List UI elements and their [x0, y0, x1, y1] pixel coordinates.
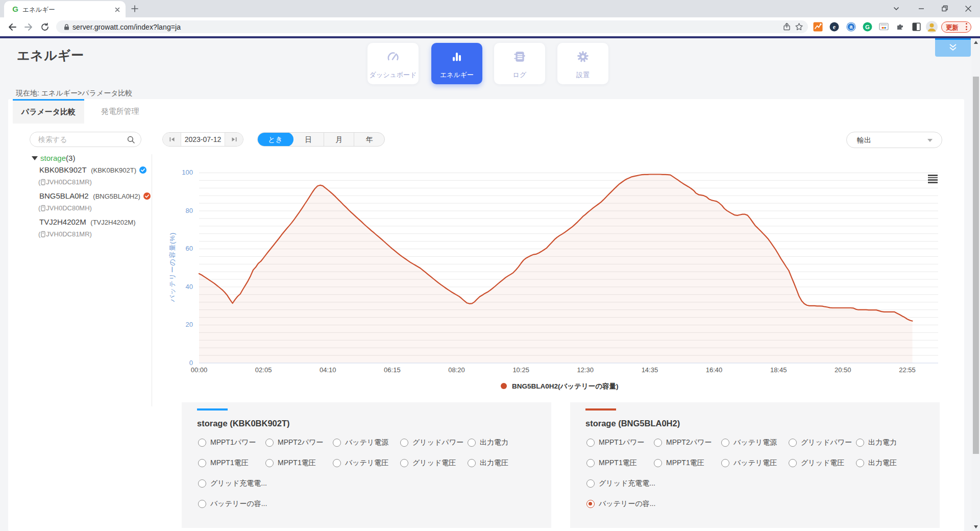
radio-circle-icon[interactable] [721, 459, 729, 467]
radio-グリッド充電電[interactable]: グリッド充電電... [586, 478, 655, 489]
chart-menu-icon[interactable] [928, 175, 938, 183]
scrollbar-down-button[interactable] [971, 523, 980, 531]
radio-circle-icon[interactable] [468, 439, 476, 447]
radio-バッテリーの容[interactable]: バッテリーの容... [586, 499, 655, 509]
radio-出力電力[interactable]: 出力電力 [856, 438, 897, 448]
bookmark-star-icon[interactable] [795, 22, 803, 31]
period-tab-day[interactable]: 日 [293, 133, 324, 146]
radio-circle-icon[interactable] [654, 459, 662, 467]
window-close-button[interactable] [963, 3, 974, 14]
radio-circle-icon[interactable] [586, 500, 595, 508]
radio-バッテリ電圧[interactable]: バッテリ電圧 [333, 458, 388, 468]
radio-circle-icon[interactable] [333, 439, 341, 447]
radio-circle-icon[interactable] [721, 439, 729, 447]
radio-MPPT1パワー[interactable]: MPPT1パワー [198, 438, 256, 448]
tree-collector[interactable]: (JVH0DC81MR) [38, 230, 158, 244]
battery-capacity-line-chart[interactable] [198, 173, 938, 364]
share-icon[interactable] [782, 22, 791, 31]
window-restore-button[interactable] [939, 3, 950, 14]
tab-search-chevron-icon[interactable] [891, 3, 902, 14]
extensions-puzzle-icon[interactable] [895, 22, 905, 32]
tree-device-bng5bla0h2[interactable]: BNG5BLA0H2 (BNG5BLA0H2) [39, 191, 159, 204]
radio-グリッド電圧[interactable]: グリッド電圧 [400, 458, 456, 468]
date-value[interactable]: 2023-07-12 [181, 133, 225, 146]
nav-settings[interactable]: 設置 [557, 43, 608, 84]
radio-グリッド電圧[interactable]: グリッド電圧 [789, 458, 844, 468]
tree-group-storage[interactable]: storage(3) [30, 152, 150, 165]
radio-MPPT1電圧[interactable]: MPPT1電圧 [198, 458, 249, 468]
profile-avatar[interactable] [926, 21, 938, 33]
scrollbar-thumb[interactable] [973, 77, 979, 454]
window-minimize-button[interactable] [916, 3, 927, 14]
period-tab-month[interactable]: 月 [324, 133, 355, 146]
extension-grammarly-icon[interactable]: G [863, 22, 872, 32]
radio-出力電圧[interactable]: 出力電圧 [468, 458, 508, 468]
radio-circle-icon[interactable] [789, 459, 797, 467]
nav-dashboard[interactable]: ダッシュボード [368, 43, 419, 84]
radio-出力電圧[interactable]: 出力電圧 [856, 458, 897, 468]
scrollbar-up-button[interactable] [971, 38, 980, 46]
page-scrollbar[interactable] [971, 38, 980, 531]
export-select[interactable]: 輸出 [846, 132, 942, 148]
tab-plant-management[interactable]: 発電所管理 [84, 99, 156, 124]
radio-グリッド充電電[interactable]: グリッド充電電... [198, 478, 267, 489]
radio-MPPT2パワー[interactable]: MPPT2パワー [265, 438, 323, 448]
extension-a-icon[interactable]: a [846, 22, 856, 32]
radio-circle-icon[interactable] [586, 439, 595, 447]
radio-circle-icon[interactable] [468, 459, 476, 467]
browser-tab[interactable]: G エネルギー [4, 1, 126, 17]
tree-collector[interactable]: (JVH0DC81MR) [38, 178, 158, 191]
collapse-header-button[interactable] [935, 40, 971, 57]
tree-collapse-icon[interactable] [32, 156, 38, 160]
new-tab-button[interactable] [131, 5, 139, 13]
tab-parameter-comparison[interactable]: パラメータ比較 [13, 99, 84, 124]
browser-update-label[interactable]: 更新 [946, 23, 959, 32]
radio-circle-icon[interactable] [400, 459, 408, 467]
period-tab-hour[interactable]: とき [257, 132, 293, 147]
radio-出力電力[interactable]: 出力電力 [468, 438, 508, 448]
search-icon[interactable] [127, 136, 135, 143]
radio-MPPT1電圧[interactable]: MPPT1電圧 [586, 458, 637, 468]
radio-circle-icon[interactable] [333, 459, 341, 467]
radio-バッテリ電源[interactable]: バッテリ電源 [721, 438, 777, 448]
radio-MPPT1パワー[interactable]: MPPT1パワー [586, 438, 644, 448]
radio-グリッドパワー[interactable]: グリッドパワー [400, 438, 463, 448]
search-input[interactable] [38, 132, 125, 147]
radio-バッテリ電源[interactable]: バッテリ電源 [333, 438, 388, 448]
radio-circle-icon[interactable] [198, 439, 206, 447]
date-prev-button[interactable] [163, 133, 181, 146]
browser-menu-kebab-icon[interactable] [966, 23, 968, 31]
radio-MPPT1電圧[interactable]: MPPT1電圧 [265, 458, 316, 468]
back-button[interactable] [8, 22, 17, 32]
date-next-button[interactable] [225, 133, 243, 146]
radio-circle-icon[interactable] [198, 459, 206, 467]
radio-グリッドパワー[interactable]: グリッドパワー [789, 438, 852, 448]
radio-circle-icon[interactable] [586, 459, 595, 467]
radio-circle-icon[interactable] [856, 459, 864, 467]
radio-バッテリーの容[interactable]: バッテリーの容... [198, 499, 267, 509]
tree-collector[interactable]: (JVH0DC80MH) [38, 204, 158, 218]
nav-energy[interactable]: エネルギー [431, 43, 482, 84]
radio-circle-icon[interactable] [265, 439, 274, 447]
radio-circle-icon[interactable] [789, 439, 797, 447]
radio-バッテリ電圧[interactable]: バッテリ電圧 [721, 458, 777, 468]
radio-circle-icon[interactable] [198, 500, 206, 508]
tree-device-tvj2h4202m[interactable]: TVJ2H4202M (TVJ2H4202M) [39, 218, 159, 230]
extension-photos-icon[interactable] [879, 22, 889, 32]
reload-button[interactable] [40, 22, 50, 32]
extension-sidebar-icon[interactable] [912, 22, 921, 32]
radio-circle-icon[interactable] [654, 439, 662, 447]
extension-e-icon[interactable]: e [829, 22, 839, 32]
forward-button[interactable] [24, 22, 33, 32]
period-tab-year[interactable]: 年 [354, 133, 384, 146]
radio-circle-icon[interactable] [856, 439, 864, 447]
url-text[interactable]: server.growatt.com/index?lang=ja [72, 23, 181, 31]
extension-analytics-icon[interactable] [813, 22, 823, 32]
radio-circle-icon[interactable] [586, 479, 595, 488]
radio-circle-icon[interactable] [400, 439, 408, 447]
tree-device-kbk0bk902t[interactable]: KBK0BK902T (KBK0BK902T) [39, 165, 159, 178]
radio-circle-icon[interactable] [198, 479, 206, 488]
nav-log[interactable]: ログ [494, 43, 545, 84]
radio-MPPT2パワー[interactable]: MPPT2パワー [654, 438, 712, 448]
radio-MPPT1電圧[interactable]: MPPT1電圧 [654, 458, 704, 468]
